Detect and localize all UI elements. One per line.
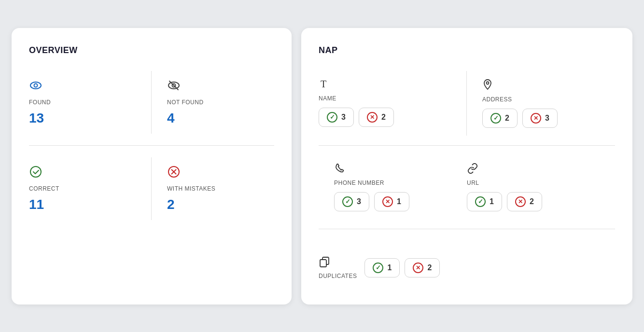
correct-value: 11 <box>29 197 136 212</box>
nap-name-section: T NAME 3 2 <box>319 71 467 136</box>
duplicates-label: DUPLICATES <box>319 273 357 279</box>
correct-stat: CORRECT 11 <box>29 157 152 220</box>
phone-badges: 3 1 <box>334 192 467 211</box>
duplicate-icon <box>319 256 357 271</box>
url-badges: 1 2 <box>467 192 615 211</box>
phone-label: PHONE NUMBER <box>334 180 467 186</box>
eye-icon <box>29 79 136 95</box>
mistakes-stat: WITH MISTAKES 2 <box>152 157 274 220</box>
duplicates-correct-value: 1 <box>387 263 392 272</box>
address-badges: 2 3 <box>482 109 615 128</box>
svg-point-5 <box>30 166 41 177</box>
url-check-icon <box>475 196 486 207</box>
nap-url-section: URL 1 2 <box>467 155 615 219</box>
nap-phone-section: PHONE NUMBER 3 1 <box>319 155 467 219</box>
address-correct-badge[interactable]: 2 <box>482 109 518 128</box>
address-check-icon <box>490 113 501 124</box>
phone-incorrect-value: 1 <box>397 197 401 206</box>
address-x-icon <box>531 113 541 124</box>
url-x-icon <box>515 196 526 207</box>
found-value: 13 <box>29 111 136 126</box>
dashboard: OVERVIEW FOUND 13 <box>0 16 644 316</box>
not-found-stat: NOT FOUND 4 <box>152 71 274 134</box>
mistakes-label: WITH MISTAKES <box>167 185 274 192</box>
name-incorrect-value: 2 <box>381 113 386 122</box>
not-found-label: NOT FOUND <box>167 99 274 106</box>
svg-point-0 <box>30 82 41 89</box>
eye-off-icon <box>167 79 274 95</box>
nap-divider-2 <box>319 229 615 229</box>
name-x-icon <box>367 112 378 123</box>
svg-text:T: T <box>321 79 326 89</box>
duplicates-row: DUPLICATES 1 2 <box>319 247 615 279</box>
duplicates-correct-badge[interactable]: 1 <box>364 258 400 277</box>
duplicates-x-icon <box>413 263 423 273</box>
name-check-icon <box>327 112 337 123</box>
correct-label: CORRECT <box>29 185 136 192</box>
url-label: URL <box>467 180 615 186</box>
name-correct-value: 3 <box>341 113 346 122</box>
phone-correct-value: 3 <box>357 197 361 206</box>
duplicates-check-icon <box>373 263 383 273</box>
phone-incorrect-badge[interactable]: 1 <box>374 192 409 211</box>
phone-icon <box>334 163 467 177</box>
link-icon <box>467 163 615 177</box>
nap-address-section: ADDRESS 2 3 <box>467 71 615 136</box>
address-correct-value: 2 <box>505 114 509 123</box>
overview-title: OVERVIEW <box>29 45 274 55</box>
correct-mistakes-grid: CORRECT 11 WITH MISTAKES 2 <box>29 157 274 220</box>
nap-title: NAP <box>319 45 615 55</box>
location-icon <box>482 79 615 93</box>
url-correct-value: 1 <box>490 197 494 206</box>
overview-divider <box>29 145 274 146</box>
duplicates-badges: 1 2 <box>364 258 440 277</box>
phone-correct-badge[interactable]: 3 <box>334 192 369 211</box>
phone-x-icon <box>382 196 393 207</box>
address-incorrect-badge[interactable]: 3 <box>522 109 558 128</box>
duplicates-incorrect-value: 2 <box>427 263 432 272</box>
phone-check-icon <box>342 196 353 207</box>
url-incorrect-value: 2 <box>530 197 534 206</box>
duplicates-label-group: DUPLICATES <box>319 256 357 279</box>
check-circle-icon <box>29 165 136 181</box>
name-badges: 3 2 <box>319 108 451 127</box>
svg-rect-12 <box>320 260 326 267</box>
found-label: FOUND <box>29 99 136 106</box>
text-icon: T <box>319 79 451 92</box>
mistakes-value: 2 <box>167 197 274 212</box>
address-incorrect-value: 3 <box>545 114 549 123</box>
nap-card: NAP T NAME 3 2 <box>301 28 632 304</box>
name-incorrect-badge[interactable]: 2 <box>359 108 394 127</box>
x-circle-icon <box>167 165 274 181</box>
url-incorrect-badge[interactable]: 2 <box>507 192 542 211</box>
overview-card: OVERVIEW FOUND 13 <box>12 28 292 304</box>
name-label: NAME <box>319 95 451 102</box>
svg-point-1 <box>34 83 38 87</box>
name-correct-badge[interactable]: 3 <box>319 108 354 127</box>
svg-point-10 <box>487 82 489 84</box>
nap-duplicates-section: DUPLICATES 1 2 <box>319 239 615 287</box>
duplicates-incorrect-badge[interactable]: 2 <box>405 258 440 277</box>
url-correct-badge[interactable]: 1 <box>467 192 502 211</box>
nap-divider-1 <box>319 145 615 146</box>
nap-grid: T NAME 3 2 <box>319 71 615 287</box>
address-label: ADDRESS <box>482 96 615 103</box>
not-found-value: 4 <box>167 111 274 126</box>
found-not-found-grid: FOUND 13 NOT FOUND 4 <box>29 71 274 134</box>
found-stat: FOUND 13 <box>29 71 152 134</box>
